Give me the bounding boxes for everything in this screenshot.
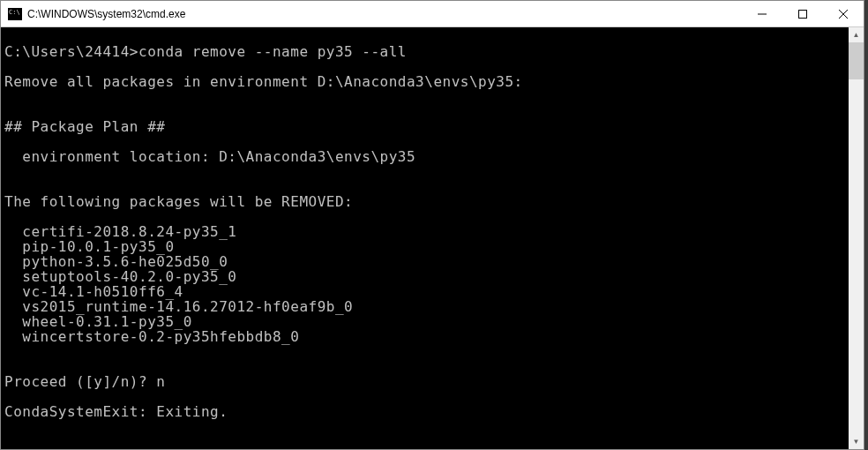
terminal-line — [4, 434, 849, 449]
terminal-line: vc-14.1-h0510ff6_4 — [4, 284, 849, 299]
terminal-line — [4, 89, 849, 104]
window-title: C:\WINDOWS\system32\cmd.exe — [27, 8, 742, 20]
terminal-line — [4, 164, 849, 179]
terminal-line: certifi-2018.8.24-py35_1 — [4, 224, 849, 239]
terminal-line: Proceed ([y]/n)? n — [4, 374, 849, 389]
terminal-line: vs2015_runtime-14.16.27012-hf0eaf9b_0 — [4, 299, 849, 314]
minimize-button[interactable] — [742, 1, 782, 26]
terminal-line — [4, 29, 849, 44]
terminal-line — [4, 179, 849, 194]
terminal-line: setuptools-40.2.0-py35_0 — [4, 269, 849, 284]
terminal-line — [4, 419, 849, 434]
vertical-scrollbar[interactable]: ▲ ▼ — [849, 27, 864, 449]
svg-rect-1 — [799, 10, 807, 18]
terminal-line: ## Package Plan ## — [4, 119, 849, 134]
close-button[interactable] — [823, 1, 864, 26]
maximize-button[interactable] — [782, 1, 823, 26]
close-icon — [839, 10, 848, 19]
terminal-line — [4, 389, 849, 404]
terminal-line — [4, 359, 849, 374]
terminal-line — [4, 209, 849, 224]
terminal-output[interactable]: C:\Users\24414>conda remove --name py35 … — [1, 27, 849, 449]
terminal-line: environment location: D:\Anaconda3\envs\… — [4, 149, 849, 164]
scroll-up-button[interactable]: ▲ — [849, 27, 864, 42]
terminal-line: Remove all packages in environment D:\An… — [4, 74, 849, 89]
maximize-icon — [798, 10, 807, 19]
scroll-down-button[interactable]: ▼ — [849, 434, 864, 449]
minimize-icon — [758, 10, 767, 19]
terminal-line: CondaSystemExit: Exiting. — [4, 404, 849, 419]
terminal-line — [4, 104, 849, 119]
terminal-line — [4, 134, 849, 149]
terminal-line: python-3.5.6-he025d50_0 — [4, 254, 849, 269]
terminal-line: pip-10.0.1-py35_0 — [4, 239, 849, 254]
terminal-line: C:\Users\24414>conda remove --name py35 … — [4, 44, 849, 59]
titlebar[interactable]: C:\WINDOWS\system32\cmd.exe — [1, 1, 864, 27]
scroll-thumb[interactable] — [849, 42, 864, 79]
terminal-line — [4, 59, 849, 74]
terminal-line: wincertstore-0.2-py35hfebbdb8_0 — [4, 329, 849, 344]
terminal-line — [4, 344, 849, 359]
window-controls — [742, 1, 864, 26]
terminal-line: wheel-0.31.1-py35_0 — [4, 314, 849, 329]
cmd-icon — [8, 8, 22, 20]
terminal-line: The following packages will be REMOVED: — [4, 194, 849, 209]
cmd-window: C:\WINDOWS\system32\cmd.exe C:\Users\244… — [0, 0, 864, 450]
